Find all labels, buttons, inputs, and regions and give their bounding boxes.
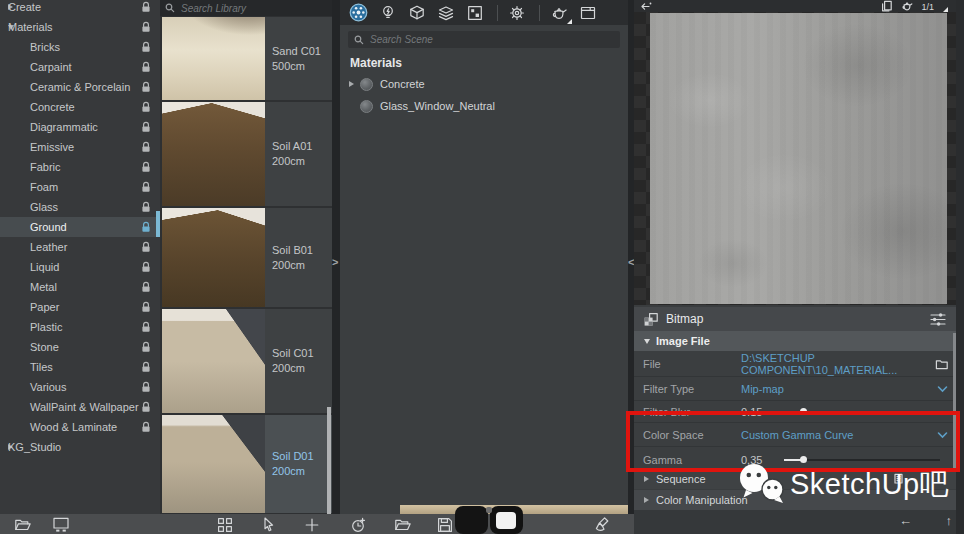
sidebar-item-create[interactable]: Create [0, 0, 160, 17]
param-value[interactable]: D:\SKETCHUP COMPONENT\10_MATERIAL... [741, 352, 956, 376]
geometry-icon[interactable] [408, 4, 426, 22]
param-row-color-space: Color SpaceCustom Gamma Curve [634, 423, 956, 447]
sidebar-item-liquid[interactable]: Liquid [0, 257, 160, 277]
library-scrollbar-thumb[interactable] [327, 407, 331, 514]
material-thumbnail[interactable] [162, 309, 265, 413]
sidebar-item-carpaint[interactable]: Carpaint [0, 57, 160, 77]
chevron-down-icon[interactable] [937, 384, 948, 393]
render-teapot-icon[interactable] [550, 4, 568, 22]
sidebar-item-glass[interactable]: Glass [0, 197, 160, 217]
expand-arrow-icon [644, 476, 649, 482]
window-right-edge [956, 0, 964, 534]
sidebar-item-bricks[interactable]: Bricks [0, 37, 160, 57]
frame-buffer-icon[interactable] [579, 4, 597, 22]
open-folder-icon[interactable] [14, 516, 32, 532]
lock-icon [141, 321, 151, 332]
scene-search[interactable] [348, 31, 620, 48]
up-arrow-icon[interactable]: ↑ [946, 513, 953, 528]
collapse-arrow-icon [644, 339, 650, 344]
render-elements-icon[interactable] [466, 4, 484, 22]
grid-view-icon[interactable] [216, 516, 234, 534]
sidebar-item-diagrammatic[interactable]: Diagrammatic [0, 117, 160, 137]
sidebar-item-label: Fabric [30, 161, 61, 173]
sidebar-item-stone[interactable]: Stone [0, 337, 160, 357]
materials-icon[interactable] [349, 3, 368, 22]
sidebar-item-label: Wood & Laminate [30, 421, 117, 433]
chevron-down-icon[interactable] [937, 430, 948, 439]
sidebar-item-ground[interactable]: Ground [0, 217, 160, 237]
preview-toolbar: 1/1 [634, 0, 964, 12]
sidebar-item-materials[interactable]: Materials [0, 17, 160, 37]
browse-folder-icon[interactable] [935, 358, 948, 370]
scene-search-input[interactable] [368, 33, 502, 46]
material-thumbnail[interactable] [162, 17, 265, 100]
bitmap-parameter-rows: FileD:\SKETCHUP COMPONENT\10_MATERIAL...… [634, 351, 956, 473]
textures-icon[interactable] [437, 4, 455, 22]
save-icon[interactable] [436, 516, 454, 534]
lock-icon [141, 81, 151, 92]
sidebar-item-ceramic-porcelain[interactable]: Ceramic & Porcelain [0, 77, 160, 97]
library-search[interactable] [160, 0, 332, 16]
param-row-filter-blur: Filter Blur0.15 [634, 401, 956, 423]
slider-track[interactable] [784, 459, 940, 461]
library-panel-splitter[interactable]: > [332, 0, 340, 514]
settings-sliders-icon[interactable] [929, 311, 947, 328]
back-arrow-icon[interactable]: ← [899, 513, 912, 528]
material-thumbnail[interactable] [162, 415, 265, 513]
sidebar-item-various[interactable]: Various [0, 377, 160, 397]
lock-icon [141, 221, 151, 232]
material-thumbnail[interactable] [162, 102, 265, 206]
sidebar-item-plastic[interactable]: Plastic [0, 317, 160, 337]
scene-material-glass-window-neutral[interactable]: Glass_Window_Neutral [340, 95, 628, 117]
library-search-input[interactable] [179, 2, 313, 15]
sidebar-item-wood-laminate[interactable]: Wood & Laminate [0, 417, 160, 437]
select-arrow-icon[interactable] [260, 516, 278, 533]
lock-icon [141, 301, 151, 312]
lock-icon [141, 101, 151, 112]
add-icon[interactable] [303, 516, 321, 534]
sidebar-item-fabric[interactable]: Fabric [0, 157, 160, 177]
library-item-soil-d01[interactable]: Soil D01200cm [160, 414, 332, 514]
library-item-soil-a01[interactable]: Soil A01200cm [160, 101, 332, 207]
library-item-soil-b01[interactable]: Soil B01200cm [160, 207, 332, 308]
slider-track[interactable] [784, 411, 940, 413]
texture-preview-area [634, 12, 956, 305]
sidebar-item-leather[interactable]: Leather [0, 237, 160, 257]
sidebar-item-metal[interactable]: Metal [0, 277, 160, 297]
sidebar-item-emissive[interactable]: Emissive [0, 137, 160, 157]
param-value[interactable]: Custom Gamma Curve [741, 429, 853, 441]
scene-material-concrete[interactable]: Concrete [340, 73, 628, 95]
sidebar-item-label: Liquid [30, 261, 59, 273]
settings-icon[interactable] [508, 4, 526, 22]
lock-icon [141, 421, 151, 432]
material-thumbnail[interactable] [162, 208, 265, 307]
sidebar-item-wallpaint-wallpaper[interactable]: WallPaint & Wallpaper [0, 397, 160, 417]
lock-icon [141, 241, 151, 252]
history-icon[interactable] [350, 516, 368, 534]
material-name: Soil C01 [272, 346, 332, 361]
library-item-soil-c01[interactable]: Soil C01200cm [160, 308, 332, 414]
sidebar-item-label: Materials [8, 21, 53, 33]
open-folder-icon[interactable] [394, 516, 412, 532]
scene-material-name: Glass_Window_Neutral [380, 100, 495, 112]
material-label: Soil A01200cm [265, 102, 332, 206]
param-value[interactable]: Mip-map [741, 383, 784, 395]
sidebar-item-label: Diagrammatic [30, 121, 98, 133]
library-item-sand-c01[interactable]: Sand C01500cm [160, 16, 332, 101]
sidebar-item-concrete[interactable]: Concrete [0, 97, 160, 117]
sidebar-item-kg-studio[interactable]: KG_Studio [0, 437, 160, 457]
dock-layout-icon[interactable] [52, 516, 70, 533]
slider-handle[interactable] [800, 408, 807, 415]
sidebar-item-paper[interactable]: Paper [0, 297, 160, 317]
back-icon[interactable] [640, 1, 652, 12]
image-file-section-header[interactable]: Image File [634, 331, 956, 351]
sidebar-item-tiles[interactable]: Tiles [0, 357, 160, 377]
sidebar-item-foam[interactable]: Foam [0, 177, 160, 197]
material-label: Sand C01500cm [265, 17, 332, 100]
lock-icon [141, 61, 151, 72]
lock-icon [141, 261, 151, 272]
cleanup-brush-icon[interactable] [594, 516, 612, 532]
expand-arrow-icon[interactable] [349, 81, 354, 87]
bitmap-panel-header[interactable]: Bitmap [634, 307, 956, 331]
lights-icon[interactable] [379, 4, 397, 22]
